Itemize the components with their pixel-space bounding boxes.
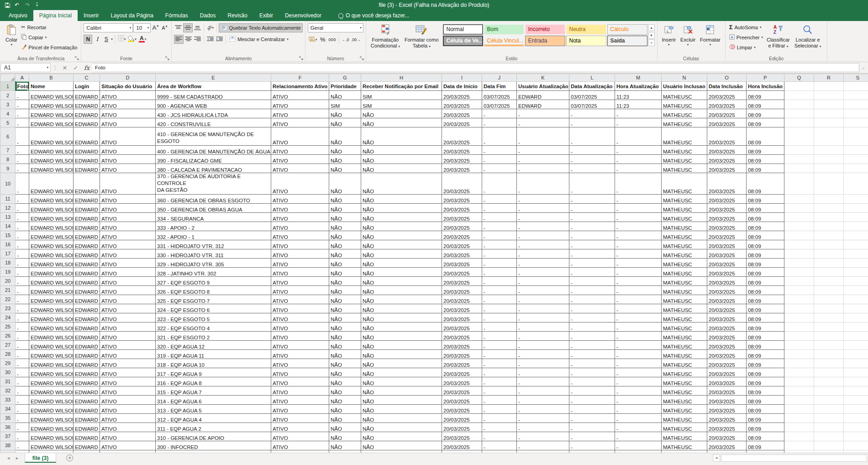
cell[interactable]: [844, 404, 868, 413]
cell[interactable]: NÃO: [361, 368, 442, 377]
cell[interactable]: [844, 386, 868, 395]
cell[interactable]: [814, 331, 844, 340]
cell[interactable]: -: [16, 331, 29, 340]
cell[interactable]: MATHEUSC: [662, 164, 707, 173]
cell[interactable]: NÃO: [361, 109, 442, 118]
row-header-17[interactable]: 17: [0, 249, 16, 258]
cell[interactable]: MATHEUSC: [662, 222, 707, 231]
cell[interactable]: MATHEUSC: [662, 194, 707, 203]
cell[interactable]: 03/07/2025: [569, 91, 615, 100]
cell[interactable]: [844, 313, 868, 322]
cell[interactable]: NÃO: [361, 212, 442, 222]
cell[interactable]: -: [16, 413, 29, 423]
cell[interactable]: 20/03/2025: [442, 267, 482, 276]
cell[interactable]: -: [482, 423, 517, 432]
cell[interactable]: 20/03/2025: [707, 285, 747, 295]
cell[interactable]: 20/03/2025: [442, 258, 482, 267]
cell[interactable]: -: [482, 267, 517, 276]
cell[interactable]: EDWARD WILSON: [29, 377, 74, 386]
cell[interactable]: -: [569, 194, 615, 203]
cell[interactable]: -: [517, 413, 569, 423]
row-header-30[interactable]: 30: [0, 368, 16, 377]
cell[interactable]: [784, 295, 814, 304]
cell[interactable]: -: [615, 276, 662, 285]
cell[interactable]: -: [517, 313, 569, 322]
cell[interactable]: [784, 82, 814, 91]
cell[interactable]: NÃO: [361, 127, 442, 146]
cell[interactable]: [784, 222, 814, 231]
tab-dados[interactable]: Dados: [194, 10, 222, 21]
cell[interactable]: 20/03/2025: [707, 91, 747, 100]
cell[interactable]: ATIVO: [271, 203, 329, 212]
cell[interactable]: [844, 413, 868, 423]
cell[interactable]: ATIVO: [271, 404, 329, 413]
tab-pagina-inicial[interactable]: Página Inicial: [33, 10, 78, 21]
cell[interactable]: -: [482, 413, 517, 423]
cell[interactable]: NÃO: [329, 194, 361, 203]
decrease-indent-button[interactable]: [206, 35, 215, 44]
cell[interactable]: NÃO: [329, 386, 361, 395]
cell[interactable]: -: [569, 359, 615, 368]
cell[interactable]: ATIVO: [271, 413, 329, 423]
column-header-F[interactable]: F: [271, 74, 329, 82]
cell[interactable]: ATIVO: [100, 127, 156, 146]
cell[interactable]: EDWARD: [74, 146, 100, 155]
sort-filter-button[interactable]: AZ Classificar e Filtrar ▾: [764, 22, 792, 54]
row-header-3[interactable]: 3: [0, 100, 16, 109]
cell[interactable]: ATIVO: [100, 231, 156, 240]
row-header-28[interactable]: 28: [0, 349, 16, 359]
cell[interactable]: 20/03/2025: [707, 340, 747, 349]
cell[interactable]: -: [16, 146, 29, 155]
cell[interactable]: [814, 173, 844, 195]
cell[interactable]: [784, 258, 814, 267]
cell[interactable]: NÃO: [361, 441, 442, 450]
header-cell[interactable]: Foto: [16, 82, 29, 91]
cell[interactable]: -: [569, 118, 615, 127]
cell[interactable]: NÃO: [361, 118, 442, 127]
cell[interactable]: NÃO: [329, 331, 361, 340]
dropdown-arrow-icon[interactable]: ▾: [11, 43, 12, 47]
cell[interactable]: MATHEUSC: [662, 331, 707, 340]
cell[interactable]: -: [16, 155, 29, 164]
cell[interactable]: NÃO: [329, 109, 361, 118]
cell[interactable]: 20/03/2025: [442, 146, 482, 155]
cell[interactable]: [844, 109, 868, 118]
cell[interactable]: -: [482, 359, 517, 368]
cell[interactable]: 11:23: [615, 100, 662, 109]
cell[interactable]: EDWARD WILSON: [29, 155, 74, 164]
cell[interactable]: [784, 285, 814, 295]
cell[interactable]: [814, 164, 844, 173]
cell[interactable]: EDWARD WILSON: [29, 267, 74, 276]
cell[interactable]: 9999 - SEM CADASTRADO: [156, 91, 271, 100]
cell[interactable]: NÃO: [329, 212, 361, 222]
cell[interactable]: [784, 276, 814, 285]
cell[interactable]: MATHEUSC: [662, 173, 707, 195]
cell[interactable]: NÃO: [329, 249, 361, 258]
cell[interactable]: EDWARD WILSON: [29, 340, 74, 349]
cell[interactable]: 08:09: [747, 359, 784, 368]
header-cell[interactable]: Usuário Inclusao: [662, 82, 707, 91]
cell[interactable]: -: [615, 127, 662, 146]
copy-button[interactable]: Copiar▾: [20, 32, 79, 42]
column-header-E[interactable]: E: [156, 74, 271, 82]
cell[interactable]: ATIVO: [271, 173, 329, 195]
cell[interactable]: [784, 118, 814, 127]
row-header-12[interactable]: 12: [0, 203, 16, 212]
cell[interactable]: [814, 155, 844, 164]
cell-style-item[interactable]: Saída: [607, 36, 647, 46]
cell[interactable]: [814, 285, 844, 295]
cell[interactable]: MATHEUSC: [662, 404, 707, 413]
cell[interactable]: [844, 164, 868, 173]
cell[interactable]: 300 - INFOCRED: [156, 441, 271, 450]
cell[interactable]: NÃO: [361, 386, 442, 395]
cell[interactable]: [784, 331, 814, 340]
cell[interactable]: -: [16, 295, 29, 304]
cell[interactable]: [844, 368, 868, 377]
cell[interactable]: EDWARD WILSON: [29, 413, 74, 423]
underline-button[interactable]: S: [102, 35, 110, 44]
cell[interactable]: 08:09: [747, 267, 784, 276]
insert-function-button[interactable]: fx: [81, 63, 92, 72]
cell[interactable]: NÃO: [329, 441, 361, 450]
cell[interactable]: NÃO: [361, 194, 442, 203]
cell[interactable]: ATIVO: [271, 240, 329, 249]
